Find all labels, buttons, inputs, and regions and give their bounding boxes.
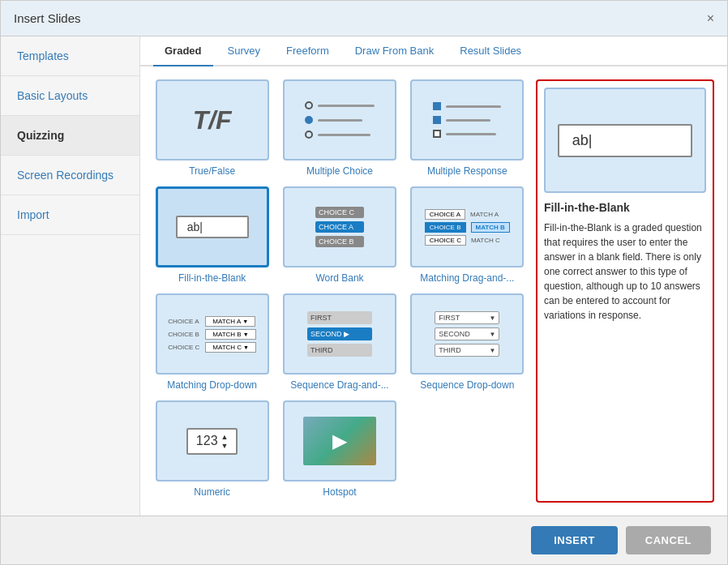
template-label-sequence-dropdown: Sequence Drop-down [420, 379, 514, 391]
dialog-body: Templates Basic Layouts Quizzing Screen … [1, 36, 727, 516]
sidebar-item-quizzing[interactable]: Quizzing [1, 116, 139, 156]
template-item-true-false[interactable]: T/F True/False [153, 79, 271, 177]
sidebar-item-basic-layouts[interactable]: Basic Layouts [1, 76, 139, 116]
template-item-numeric[interactable]: 123 ▲ ▼ Numeric [153, 400, 271, 498]
template-label-word-bank: Word Bank [315, 272, 363, 284]
template-thumb-sequence-drag: FIRST SECOND ▶ THIRD [283, 293, 396, 375]
template-label-true-false: True/False [189, 165, 235, 177]
close-button[interactable]: × [707, 12, 714, 25]
template-label-sequence-drag: Sequence Drag-and-... [290, 379, 388, 391]
insert-button[interactable]: INSERT [531, 526, 618, 554]
dialog-title: Insert Slides [14, 11, 81, 25]
insert-slides-dialog: Insert Slides × Templates Basic Layouts … [0, 0, 728, 565]
template-label-multiple-choice: Multiple Choice [306, 165, 373, 177]
template-item-multiple-choice[interactable]: Multiple Choice [280, 79, 398, 177]
cancel-button[interactable]: CANCEL [626, 526, 711, 554]
template-thumb-hotspot: ▶ [283, 400, 396, 482]
template-item-sequence-drag[interactable]: FIRST SECOND ▶ THIRD Sequence Drag-and-.… [280, 293, 398, 391]
template-item-fill-in-the-blank[interactable]: ab| Fill-in-the-Blank [153, 186, 271, 284]
template-item-sequence-dropdown[interactable]: FIRST▼ SECOND▼ THIRD▼ Sequence Drop-down [409, 293, 526, 391]
template-thumb-matching-drag: CHOICE A MATCH A CHOICE B MATCH B CHOICE… [410, 186, 524, 268]
template-thumb-numeric: 123 ▲ ▼ [156, 400, 269, 482]
template-item-multiple-response[interactable]: Multiple Response [409, 79, 526, 177]
tab-freeform[interactable]: Freeform [275, 36, 340, 66]
template-thumb-multiple-response [410, 79, 524, 161]
sidebar: Templates Basic Layouts Quizzing Screen … [1, 36, 140, 516]
template-grid: T/F True/False [153, 79, 526, 503]
dialog-header: Insert Slides × [1, 1, 727, 36]
template-thumb-fill-in-the-blank: ab| [156, 186, 269, 268]
tab-result-slides[interactable]: Result Slides [448, 36, 533, 66]
template-label-numeric: Numeric [194, 486, 230, 498]
template-item-matching-dropdown[interactable]: CHOICE A MATCH A ▼ CHOICE B MATCH B ▼ CH… [153, 293, 271, 391]
template-label-fill-in-the-blank: Fill-in-the-Blank [178, 272, 246, 284]
template-thumb-matching-dropdown: CHOICE A MATCH A ▼ CHOICE B MATCH B ▼ CH… [156, 293, 269, 375]
main-content: Graded Survey Freeform Draw From Bank Re… [140, 36, 727, 516]
tab-survey[interactable]: Survey [216, 36, 272, 66]
template-label-matching-drag: Matching Drag-and-... [420, 272, 514, 284]
preview-title: Fill-in-the-Blank [544, 201, 706, 214]
template-item-word-bank[interactable]: CHOICE C CHOICE A CHOICE B Word Bank [280, 186, 398, 284]
sidebar-item-screen-recordings[interactable]: Screen Recordings [1, 156, 139, 195]
template-label-matching-dropdown: Matching Drop-down [167, 379, 257, 391]
template-thumb-sequence-dropdown: FIRST▼ SECOND▼ THIRD▼ [410, 293, 524, 375]
content-area: T/F True/False [140, 66, 727, 516]
sidebar-item-templates[interactable]: Templates [1, 36, 139, 76]
tab-graded[interactable]: Graded [153, 36, 213, 66]
sidebar-item-import[interactable]: Import [1, 195, 139, 235]
template-thumb-word-bank: CHOICE C CHOICE A CHOICE B [283, 186, 396, 268]
template-item-hotspot[interactable]: ▶ Hotspot [280, 400, 398, 498]
template-label-hotspot: Hotspot [323, 486, 356, 498]
tab-draw-from-bank[interactable]: Draw From Bank [344, 36, 446, 66]
preview-description: Fill-in-the-Blank is a graded question t… [544, 220, 706, 323]
template-label-multiple-response: Multiple Response [427, 165, 507, 177]
template-thumb-true-false: T/F [156, 79, 269, 161]
preview-panel: ab| Fill-in-the-Blank Fill-in-the-Blank … [536, 79, 714, 503]
tabs-bar: Graded Survey Freeform Draw From Bank Re… [140, 36, 727, 66]
template-item-matching-drag[interactable]: CHOICE A MATCH A CHOICE B MATCH B CHOICE… [409, 186, 526, 284]
dialog-footer: INSERT CANCEL [1, 516, 727, 564]
preview-thumb: ab| [544, 88, 706, 193]
template-thumb-multiple-choice [283, 79, 396, 161]
